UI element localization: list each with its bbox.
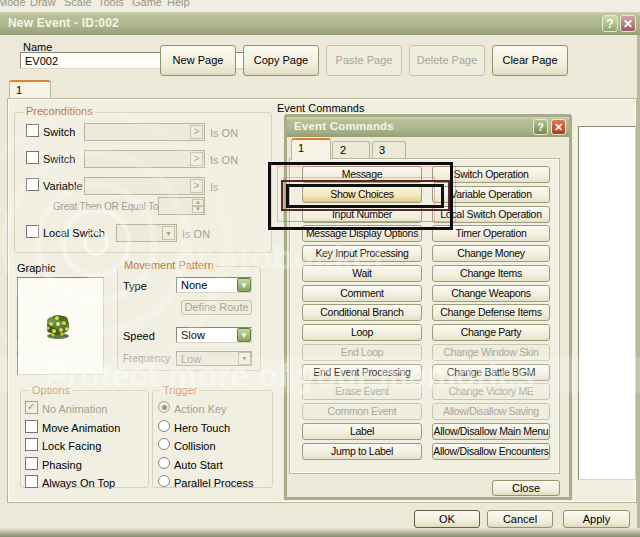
- svg-text:photobucket: photobucket: [175, 238, 384, 276]
- svg-text:Protect more of your memories: Protect more of your memories: [45, 357, 535, 394]
